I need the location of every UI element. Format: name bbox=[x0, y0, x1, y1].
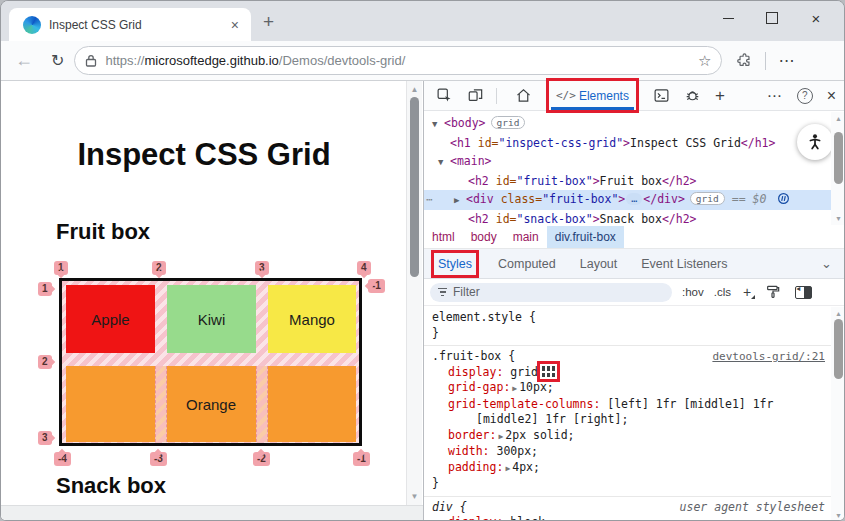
help-icon[interactable]: ? bbox=[797, 88, 813, 104]
grid-line-badge: 2 bbox=[38, 355, 52, 369]
browser-tab[interactable]: Inspect CSS Grid × bbox=[9, 8, 251, 41]
grid-line-badge: 2 bbox=[152, 261, 166, 275]
grid-line-badge: 3 bbox=[38, 431, 52, 445]
breadcrumb-html[interactable]: html bbox=[424, 226, 463, 248]
node-menu-icon[interactable]: ⋯ bbox=[426, 191, 442, 210]
filter-input[interactable]: Filter bbox=[430, 283, 672, 302]
rule-divider bbox=[424, 345, 831, 346]
tab-event-listeners[interactable]: Event Listeners bbox=[641, 257, 727, 271]
hover-state-toggle[interactable]: :hov bbox=[682, 286, 704, 298]
breadcrumb-div-fruit-box[interactable]: div.fruit-box bbox=[547, 226, 624, 248]
grid-adorner-badge[interactable]: grid bbox=[491, 116, 526, 129]
grid-cell-kiwi: Kiwi bbox=[167, 285, 256, 353]
maximize-icon bbox=[766, 12, 778, 24]
expand-arrow-icon[interactable]: ▶ bbox=[505, 464, 510, 473]
scroll-down-icon[interactable]: ▼ bbox=[831, 512, 845, 519]
scroll-up-icon[interactable]: ▲ bbox=[831, 310, 845, 317]
div-user-agent-rule-header[interactable]: div { user agent stylesheet bbox=[424, 500, 831, 516]
scrollbar-thumb[interactable] bbox=[410, 97, 419, 277]
styles-sidebar-tabs: Styles Computed Layout Event Listeners ⌄ bbox=[424, 249, 845, 279]
grid-gap-overlay bbox=[256, 366, 268, 442]
settings-menu-button[interactable]: ⋯ bbox=[778, 51, 795, 70]
chevron-down-icon[interactable]: ⌄ bbox=[821, 256, 832, 271]
device-emulation-icon[interactable] bbox=[467, 87, 485, 104]
tab-elements[interactable]: </> Elements bbox=[549, 81, 636, 110]
home-icon[interactable] bbox=[515, 87, 532, 104]
filter-placeholder: Filter bbox=[453, 285, 480, 299]
css-property-display-cut: display: block bbox=[424, 515, 831, 521]
expand-arrow-icon[interactable]: ▶ bbox=[512, 384, 517, 393]
grid-adorner-badge[interactable]: grid bbox=[690, 192, 725, 205]
css-property-padding[interactable]: padding:▶4px; bbox=[424, 460, 831, 477]
more-menu-icon[interactable]: ⋯ bbox=[767, 87, 783, 105]
scroll-up-icon[interactable]: ▲ bbox=[831, 115, 845, 122]
scroll-up-icon[interactable]: ▲ bbox=[407, 85, 422, 94]
breadcrumb-main[interactable]: main bbox=[505, 226, 547, 248]
rendering-icon[interactable] bbox=[765, 284, 781, 300]
issue-counter-icon[interactable] bbox=[777, 192, 790, 205]
breadcrumb-body[interactable]: body bbox=[463, 226, 505, 248]
maximize-button[interactable] bbox=[750, 3, 794, 33]
tab-computed[interactable]: Computed bbox=[498, 257, 556, 271]
sidebar-toggle-icon[interactable] bbox=[795, 286, 812, 299]
css-property-border[interactable]: border:▶2px solid; bbox=[424, 428, 831, 445]
console-drawer-icon[interactable] bbox=[653, 87, 670, 104]
grid-line-badge: -2 bbox=[253, 452, 270, 466]
grid-cell-orange: Orange bbox=[66, 366, 356, 442]
page-horizontal-scrollbar[interactable] bbox=[1, 505, 423, 521]
filter-icon bbox=[438, 288, 447, 296]
refresh-button[interactable]: ↻ bbox=[51, 51, 64, 70]
accessibility-button[interactable] bbox=[797, 124, 833, 160]
bug-icon[interactable] bbox=[684, 87, 701, 104]
extensions-icon[interactable] bbox=[736, 52, 753, 69]
dom-node-h2-fruit[interactable]: <h2 id="fruit-box">Fruit box</h2> bbox=[424, 172, 845, 191]
minimize-button[interactable] bbox=[706, 3, 750, 33]
inline-expand-icon[interactable]: … bbox=[626, 193, 642, 205]
dom-scrollbar[interactable]: ▲ ▼ bbox=[831, 112, 845, 225]
close-devtools-icon[interactable]: × bbox=[827, 87, 836, 105]
grid-line-badge: -4 bbox=[54, 452, 71, 466]
content-area: Inspect CSS Grid Fruit box 1 2 3 4 1 2 3… bbox=[1, 81, 844, 521]
css-property-grid-template-columns[interactable]: grid-template-columns: [left] 1fr [middl… bbox=[424, 397, 831, 413]
back-button[interactable]: ← bbox=[15, 50, 33, 71]
grid-editor-icon[interactable] bbox=[542, 366, 555, 377]
dom-node-div-fruit-box-selected[interactable]: ⋯▶<div class="fruit-box">…</div>grid== $… bbox=[424, 190, 845, 210]
expand-arrow-icon[interactable]: ▶ bbox=[498, 432, 503, 441]
minimize-icon bbox=[723, 18, 734, 19]
element-style-rule[interactable]: element.style { bbox=[424, 310, 831, 326]
grid-line-badge: 4 bbox=[357, 261, 371, 275]
expand-arrow-icon[interactable]: ▼ bbox=[432, 115, 444, 134]
expand-arrow-icon[interactable]: ▶ bbox=[454, 191, 466, 210]
css-property-width[interactable]: width: 300px; bbox=[424, 444, 831, 460]
favorites-star-icon[interactable]: ☆ bbox=[698, 52, 711, 70]
new-style-rule-button[interactable]: + bbox=[743, 284, 751, 300]
expand-arrow-icon[interactable]: ▼ bbox=[438, 153, 450, 172]
fruit-box-rule-header[interactable]: .fruit-box { devtools-grid/:21 bbox=[424, 349, 831, 365]
tab-styles[interactable]: Styles bbox=[438, 257, 472, 271]
dom-node-h1[interactable]: <h1 id="inspect-css-grid">Inspect CSS Gr… bbox=[424, 134, 845, 153]
url-scheme: https:// bbox=[105, 53, 144, 68]
class-toggle[interactable]: .cls bbox=[714, 286, 731, 298]
devtools-toolbar: </> Elements + ⋯ ? × bbox=[424, 81, 845, 111]
css-property-display[interactable]: display: grid bbox=[424, 365, 831, 381]
dom-node-main[interactable]: ▼<main> bbox=[424, 152, 845, 172]
tab-close-icon[interactable]: × bbox=[227, 17, 243, 33]
page-vertical-scrollbar[interactable]: ▲ ▼ bbox=[406, 81, 422, 505]
scroll-down-icon[interactable]: ▼ bbox=[407, 492, 422, 501]
inspect-element-icon[interactable] bbox=[436, 87, 453, 104]
scrollbar-thumb[interactable] bbox=[834, 132, 843, 184]
css-property-grid-gap[interactable]: grid-gap:▶10px; bbox=[424, 380, 831, 397]
stylesheet-source-link[interactable]: devtools-grid/:21 bbox=[712, 349, 825, 365]
add-tab-icon[interactable]: + bbox=[715, 86, 725, 106]
address-bar[interactable]: https://microsoftedge.github.io/Demos/de… bbox=[74, 46, 722, 75]
close-window-button[interactable]: × bbox=[794, 3, 838, 33]
code-icon: </> bbox=[556, 89, 576, 102]
scrollbar-thumb[interactable] bbox=[834, 319, 843, 379]
dom-node-h2-snack[interactable]: <h2 id="snack-box">Snack box</h2> bbox=[424, 210, 845, 226]
tab-layout[interactable]: Layout bbox=[580, 257, 618, 271]
page-title: Inspect CSS Grid bbox=[1, 137, 407, 173]
dom-node-body[interactable]: ▼<body>grid bbox=[424, 114, 845, 134]
new-tab-button[interactable]: + bbox=[263, 12, 274, 31]
scroll-down-icon[interactable]: ▼ bbox=[831, 215, 845, 222]
styles-scrollbar[interactable]: ▲ ▼ bbox=[831, 307, 845, 521]
